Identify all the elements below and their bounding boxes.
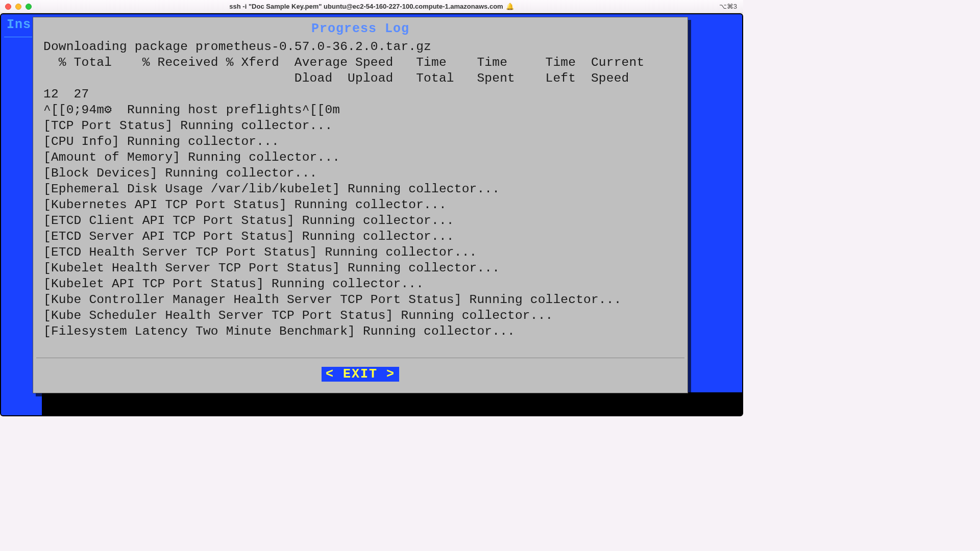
log-line: [Filesystem Latency Two Minute Benchmark…: [43, 324, 515, 338]
log-line: Downloading package prometheus-0.57.0-36…: [43, 40, 431, 54]
dialog-title: Progress Log: [33, 17, 688, 36]
minimize-window-icon[interactable]: [15, 4, 21, 10]
terminal-background: Ins Progress Log Downloading package pro…: [0, 13, 743, 416]
log-line: [ETCD Server API TCP Port Status] Runnin…: [43, 230, 454, 243]
installer-label-partial: Ins: [7, 17, 31, 32]
log-line: 12 27: [43, 87, 89, 101]
window-shortcut-indicator: ⌥⌘3: [719, 3, 737, 10]
log-line: [Kube Controller Manager Health Server T…: [43, 293, 622, 307]
log-line: % Total % Received % Xferd Average Speed…: [43, 56, 644, 69]
progress-log-dialog: Progress Log Downloading package prometh…: [33, 17, 688, 393]
log-line: [ETCD Client API TCP Port Status] Runnin…: [43, 214, 454, 228]
log-line: [TCP Port Status] Running collector...: [43, 119, 332, 133]
log-output[interactable]: Downloading package prometheus-0.57.0-36…: [43, 39, 677, 347]
log-line: [Kubelet Health Server TCP Port Status] …: [43, 261, 500, 275]
window-titlebar: ssh -i "Doc Sample Key.pem" ubuntu@ec2-5…: [0, 0, 743, 13]
log-escape-seq: ^[[0;94m: [43, 103, 104, 117]
log-line: Dload Upload Total Spent Left Speed: [43, 71, 629, 85]
exit-button[interactable]: < EXIT >: [322, 367, 399, 382]
log-line: [Amount of Memory] Running collector...: [43, 151, 340, 164]
log-line: Running host preflights^[[0m: [112, 103, 340, 117]
log-line: [Ephemeral Disk Usage /var/lib/kubelet] …: [43, 182, 500, 196]
window-controls: [5, 4, 32, 10]
log-line: [Kube Scheduler Health Server TCP Port S…: [43, 309, 553, 322]
dialog-separator: [36, 358, 684, 358]
bell-icon: 🔔: [506, 3, 514, 10]
gear-icon: ⚙: [104, 102, 112, 118]
window-title-text: ssh -i "Doc Sample Key.pem" ubuntu@ec2-5…: [229, 3, 503, 10]
window-title: ssh -i "Doc Sample Key.pem" ubuntu@ec2-5…: [229, 3, 513, 10]
log-line: [CPU Info] Running collector...: [43, 135, 279, 148]
installer-label-underline: [4, 37, 32, 37]
terminal-black-strip: [42, 392, 742, 415]
log-line: [Block Devices] Running collector...: [43, 166, 317, 180]
log-line: [ETCD Health Server TCP Port Status] Run…: [43, 245, 477, 259]
maximize-window-icon[interactable]: [26, 4, 32, 10]
log-line: [Kubernetes API TCP Port Status] Running…: [43, 198, 447, 212]
log-line: [Kubelet API TCP Port Status] Running co…: [43, 277, 424, 291]
close-window-icon[interactable]: [5, 4, 11, 10]
